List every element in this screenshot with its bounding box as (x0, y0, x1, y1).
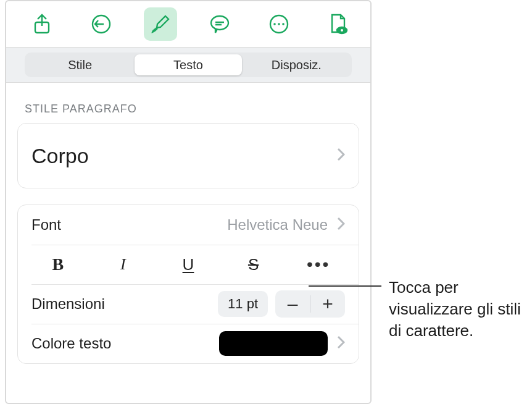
share-button[interactable] (12, 2, 72, 46)
text-color-swatch[interactable] (219, 331, 328, 356)
more-circle-icon (262, 7, 296, 41)
chevron-right-icon (336, 335, 345, 352)
reader-button[interactable] (309, 2, 368, 46)
svg-point-5 (278, 23, 280, 25)
paragraph-style-section-label: STILE PARAGRAFO (6, 83, 370, 123)
comment-icon (203, 7, 236, 41)
format-tabs-bar: Stile Testo Disposiz. (6, 47, 370, 83)
chevron-right-icon (336, 148, 345, 164)
text-color-row[interactable]: Colore testo (18, 324, 359, 363)
font-row[interactable]: Font Helvetica Neue (18, 205, 359, 245)
text-style-row: B I U S ••• (18, 245, 359, 284)
underline-button[interactable]: U (156, 247, 221, 282)
callout-text: Tocca per visualizzare gli stili di cara… (389, 277, 532, 342)
undo-button[interactable] (72, 2, 131, 46)
share-icon (25, 7, 59, 41)
font-card: Font Helvetica Neue B I U S ••• Dimensio… (17, 204, 359, 364)
format-panel: Stile Testo Disposiz. STILE PARAGRAFO Co… (5, 0, 372, 404)
paintbrush-icon (144, 7, 177, 41)
paragraph-style-name: Corpo (31, 144, 89, 168)
character-styles-more-button[interactable]: ••• (286, 247, 351, 282)
italic-button[interactable]: I (91, 247, 156, 282)
tab-style[interactable]: Stile (27, 54, 133, 75)
svg-point-6 (282, 23, 285, 25)
format-button[interactable] (131, 2, 190, 46)
document-eye-icon (322, 7, 355, 41)
text-color-label: Colore testo (31, 335, 111, 352)
paragraph-style-row[interactable]: Corpo (18, 124, 359, 188)
svg-point-4 (273, 23, 276, 25)
size-decrease-button[interactable]: – (275, 290, 310, 318)
size-label: Dimensioni (31, 295, 105, 313)
font-label: Font (31, 216, 61, 234)
more-button[interactable] (249, 2, 309, 46)
chevron-right-icon (336, 217, 345, 233)
size-value[interactable]: 11 pt (218, 291, 268, 317)
size-row: Dimensioni 11 pt – + (18, 284, 359, 324)
tab-text[interactable]: Testo (135, 54, 241, 75)
size-increase-button[interactable]: + (310, 290, 345, 318)
tab-layout[interactable]: Disposiz. (243, 54, 350, 75)
font-value: Helvetica Neue (227, 216, 328, 234)
format-tabs: Stile Testo Disposiz. (25, 53, 352, 77)
undo-icon (85, 7, 118, 41)
callout-leader-line (309, 285, 381, 287)
size-stepper: – + (275, 290, 345, 318)
svg-point-8 (341, 29, 343, 32)
comment-button[interactable] (190, 2, 249, 46)
bold-button[interactable]: B (25, 247, 91, 282)
top-toolbar (6, 1, 370, 47)
paragraph-style-card: Corpo (17, 123, 359, 188)
strikethrough-button[interactable]: S (221, 247, 286, 282)
